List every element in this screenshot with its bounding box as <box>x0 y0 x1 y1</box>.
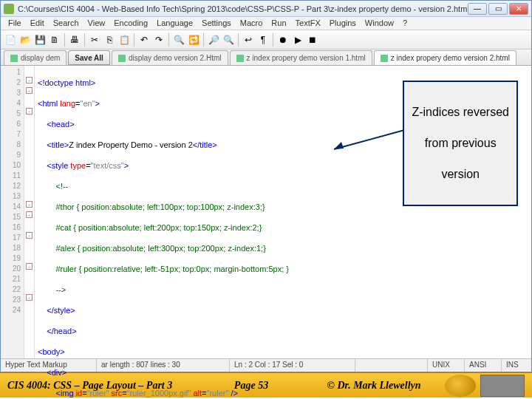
minimize-button[interactable]: — <box>468 3 487 15</box>
document-tabbar: display dem Save All display demo versio… <box>1 50 531 66</box>
menu-edit[interactable]: Edit <box>26 17 49 30</box>
replace-icon[interactable]: 🔁 <box>187 33 200 47</box>
find-icon[interactable]: 🔍 <box>172 33 185 47</box>
new-icon[interactable]: 📄 <box>4 33 17 47</box>
line-number: 9 <box>1 150 21 160</box>
line-number: 22 <box>1 284 21 295</box>
fold-toggle[interactable]: - <box>26 211 33 218</box>
separator <box>238 33 239 47</box>
line-number: 4 <box>1 98 21 109</box>
redo-icon[interactable]: ↷ <box>152 33 166 47</box>
code-line: #alex { position:absolute; left:300px; t… <box>38 243 528 253</box>
code-line: #cat { position:absolute; left:200px; to… <box>38 222 528 233</box>
code-line: </head> <box>38 326 528 336</box>
file-icon <box>118 55 126 62</box>
tab-label: display dem <box>21 54 60 62</box>
code-line: --> <box>38 284 528 295</box>
fold-toggle[interactable]: - <box>26 108 33 115</box>
annotation-text: version <box>412 169 509 180</box>
menu-window[interactable]: Window <box>361 17 398 30</box>
fold-toggle[interactable]: - <box>26 294 33 301</box>
fold-toggle[interactable]: - <box>26 77 33 83</box>
annotation-text: from previous <box>412 138 509 149</box>
menu-plugins[interactable]: Plugins <box>325 17 361 30</box>
line-number: 8 <box>1 140 21 150</box>
tab-label: z index propery demo version 2.html <box>391 54 510 62</box>
separator <box>168 33 169 47</box>
tab-display-demo-v2[interactable]: display demo version 2.Html <box>112 50 228 65</box>
menu-macro[interactable]: Macro <box>236 17 267 30</box>
code-area[interactable]: <!doctype html> <html lang="en"> <head> … <box>35 66 531 358</box>
menu-file[interactable]: File <box>4 17 26 30</box>
fold-toggle[interactable]: - <box>26 201 33 208</box>
line-number: 14 <box>1 202 21 212</box>
showchars-icon[interactable]: ¶ <box>256 33 270 47</box>
saveall-icon[interactable]: 🗎 <box>48 33 61 47</box>
copy-icon[interactable]: ⎘ <box>103 33 116 47</box>
line-number: 18 <box>1 243 21 253</box>
tab-display-demo[interactable]: display dem <box>4 50 66 65</box>
paste-icon[interactable]: 📋 <box>117 33 131 47</box>
close-button[interactable]: ✕ <box>509 3 528 15</box>
file-icon <box>381 55 388 62</box>
menu-textfx[interactable]: TextFX <box>291 17 325 30</box>
tab-label: z index propery demo version 1.html <box>247 54 366 62</box>
print-icon[interactable]: 🖶 <box>68 33 81 47</box>
play-icon[interactable]: ▶ <box>291 33 304 47</box>
cut-icon[interactable]: ✂ <box>88 33 101 47</box>
annotation-callout: Z-indices reversed from previous version <box>403 81 518 206</box>
line-number: 12 <box>1 181 21 191</box>
stop-icon[interactable]: ⏹ <box>306 33 319 47</box>
menu-run[interactable]: Run <box>267 17 290 30</box>
code-editor[interactable]: 1 2 3 4 5 6 7 8 9 10 11 12 13 14 15 16 1… <box>1 66 531 358</box>
line-number: 20 <box>1 264 21 274</box>
line-number: 6 <box>1 119 21 129</box>
line-number: 16 <box>1 222 21 233</box>
menu-search[interactable]: Search <box>49 17 83 30</box>
zoomin-icon[interactable]: 🔎 <box>207 33 220 47</box>
line-number: 17 <box>1 233 21 243</box>
line-number: 15 <box>1 212 21 222</box>
menu-language[interactable]: Language <box>152 17 197 30</box>
line-number: 13 <box>1 191 21 202</box>
menu-help[interactable]: ? <box>398 17 412 30</box>
titlebar[interactable]: C:\Courses\CIS 4004 - Web-Based Info Tec… <box>1 1 531 17</box>
fold-toggle[interactable]: - <box>26 263 33 270</box>
menu-settings[interactable]: Settings <box>197 17 236 30</box>
line-number: 19 <box>1 253 21 264</box>
toolbar: 📄 📂 💾 🗎 🖶 ✂ ⎘ 📋 ↶ ↷ 🔍 🔁 🔎 🔍 ↩ ¶ ⏺ ▶ ⏹ <box>1 30 531 50</box>
line-number: 21 <box>1 274 21 284</box>
line-number: 24 <box>1 305 21 316</box>
line-number: 2 <box>1 78 21 88</box>
svg-marker-1 <box>334 142 344 149</box>
line-number: 3 <box>1 88 21 98</box>
code-line: </style> <box>38 305 528 316</box>
save-icon[interactable]: 💾 <box>33 33 47 47</box>
fold-gutter: - - - - - - - - <box>24 66 35 358</box>
saveall-label: Save All <box>75 54 103 62</box>
fold-toggle[interactable]: - <box>26 87 33 94</box>
line-number: 11 <box>1 171 21 181</box>
separator <box>84 33 85 47</box>
menu-view[interactable]: View <box>83 17 110 30</box>
wordwrap-icon[interactable]: ↩ <box>242 33 255 47</box>
tab-zindex-v1[interactable]: z index propery demo version 1.html <box>230 50 372 65</box>
saveall-button[interactable]: Save All <box>68 50 110 65</box>
tab-zindex-v2[interactable]: z index propery demo version 2.html <box>374 50 516 65</box>
zoomout-icon[interactable]: 🔍 <box>222 33 235 47</box>
undo-icon[interactable]: ↶ <box>137 33 151 47</box>
separator <box>64 33 65 47</box>
menu-encoding[interactable]: Encoding <box>109 17 152 30</box>
fold-toggle[interactable]: - <box>26 232 33 239</box>
record-icon[interactable]: ⏺ <box>276 33 290 47</box>
separator <box>134 33 134 47</box>
separator <box>203 33 204 47</box>
line-gutter: 1 2 3 4 5 6 7 8 9 10 11 12 13 14 15 16 1… <box>1 66 24 358</box>
maximize-button[interactable]: ▭ <box>488 3 508 15</box>
line-number: 23 <box>1 295 21 305</box>
file-icon <box>10 55 18 62</box>
open-icon[interactable]: 📂 <box>18 33 32 47</box>
file-icon <box>236 55 244 62</box>
line-number: 7 <box>1 129 21 140</box>
app-icon <box>4 4 14 14</box>
